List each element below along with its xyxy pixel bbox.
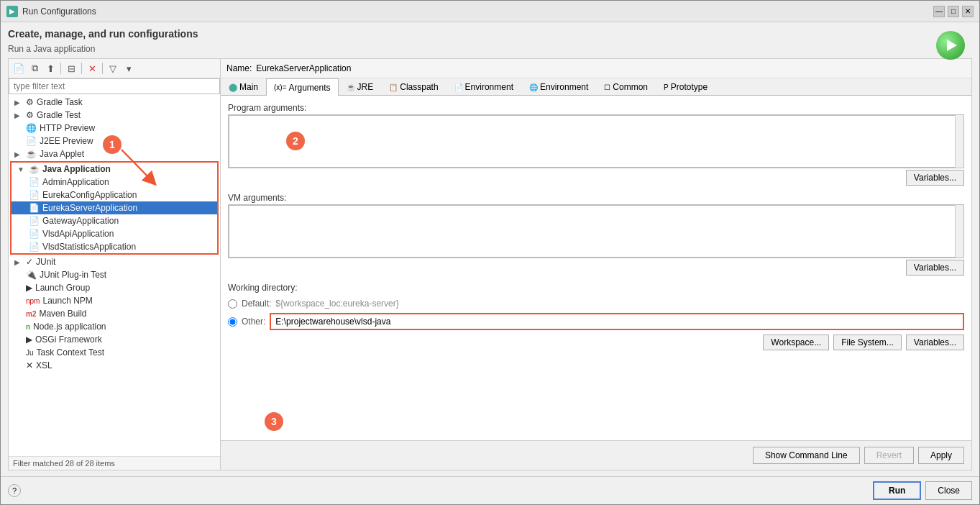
tree-item-gradle-task[interactable]: ▶ ⚙ Gradle Task — [9, 96, 220, 109]
left-toolbar: 📄 ⧉ ⬆ ⊟ ✕ ▽ ▾ — [9, 59, 220, 78]
tree-item-launch-group[interactable]: ▶ Launch Group — [9, 281, 220, 294]
tree-item-eureka-server[interactable]: 📄 EurekaServerApplication — [12, 201, 217, 214]
tree-item-launch-npm[interactable]: npm Launch NPM — [9, 294, 220, 307]
program-args-section: Program arguments: Variables... — [228, 103, 964, 186]
tree-item-nodejs[interactable]: n Node.js application — [9, 320, 220, 333]
workspace-button[interactable]: Workspace... — [763, 335, 829, 350]
tree-item-gateway[interactable]: 📄 GatewayApplication — [12, 214, 217, 227]
name-label: Name: — [226, 63, 252, 73]
close-dialog-button[interactable]: Close — [925, 481, 972, 500]
tree-item-http-preview[interactable]: 🌐 HTTP Preview — [9, 122, 220, 135]
run-play-button[interactable] — [936, 31, 965, 60]
tree-item-java-applet[interactable]: ▶ ☕ Java Applet — [9, 147, 220, 160]
program-args-label: Program arguments: — [228, 103, 964, 113]
vm-args-input[interactable] — [229, 205, 963, 258]
tab-common[interactable]: ☐ Common — [596, 78, 656, 95]
tab-arguments[interactable]: (x)= Arguments — [266, 78, 339, 96]
default-radio[interactable] — [228, 299, 237, 309]
filesystem-button[interactable]: File System... — [833, 335, 902, 350]
bottom-action-bar: Show Command Line Revert Apply — [221, 440, 971, 470]
dialog-subheader: Run a Java application — [8, 44, 972, 54]
tab-prototype[interactable]: P Prototype — [656, 78, 715, 95]
new-config-button[interactable]: 📄 — [12, 61, 26, 76]
dialog-footer: ? Run Close — [1, 476, 979, 504]
dir-variables-button[interactable]: Variables... — [906, 335, 964, 350]
tree-item-task-context[interactable]: Ju Task Context Test — [9, 346, 220, 359]
default-value: ${workspace_loc:eureka-server} — [275, 299, 398, 309]
program-args-input[interactable] — [229, 115, 963, 168]
config-tabs: ⬤ Main (x)= Arguments ☕ JRE 📋 Classpath — [221, 78, 971, 96]
other-radio-label: Other: — [242, 317, 265, 327]
tree-item-vlsd-stats[interactable]: 📄 VlsdStatisticsApplication — [12, 240, 217, 253]
close-button[interactable]: ✕ — [962, 6, 974, 17]
window-title: Run Configurations — [22, 6, 96, 17]
other-dir-input[interactable] — [270, 313, 964, 330]
filter-status: Filter matched 28 of 28 items — [9, 456, 220, 470]
maximize-button[interactable]: □ — [948, 6, 959, 17]
revert-button[interactable]: Revert — [864, 447, 914, 464]
tab-main[interactable]: ⬤ Main — [221, 78, 266, 95]
vm-args-label: VM arguments: — [228, 193, 964, 203]
export-button[interactable]: ⬆ — [43, 61, 58, 76]
show-command-line-button[interactable]: Show Command Line — [753, 447, 860, 464]
tree-item-java-application[interactable]: ▼ ☕ Java Application — [12, 163, 217, 176]
help-button[interactable]: ? — [8, 484, 21, 497]
run-button[interactable]: Run — [873, 481, 921, 500]
tree-item-admin-application[interactable]: 📄 AdminApplication — [12, 176, 217, 188]
default-radio-row: Default: ${workspace_loc:eureka-server} — [228, 299, 964, 309]
tree-item-maven-build[interactable]: m2 Maven Build — [9, 307, 220, 320]
tab-jre[interactable]: ☕ JRE — [339, 78, 382, 95]
dir-buttons: Workspace... File System... Variables... — [228, 335, 964, 350]
tab-arguments-content: Program arguments: Variables... VM argum… — [221, 96, 971, 440]
filter-dropdown-button[interactable]: ▾ — [122, 61, 136, 76]
default-radio-label: Default: — [242, 299, 271, 309]
tree-item-junit-plugin[interactable]: 🔌 JUnit Plug-in Test — [9, 268, 220, 281]
config-tree: ▶ ⚙ Gradle Task ▶ ⚙ Gradle Test 🌐 H — [9, 94, 220, 456]
filter-button[interactable]: ▽ — [106, 61, 120, 76]
tab-classpath[interactable]: 📋 Classpath — [381, 78, 446, 95]
program-args-variables-button[interactable]: Variables... — [906, 170, 964, 186]
config-name: EurekaServerApplication — [256, 63, 351, 73]
collapse-button[interactable]: ⊟ — [64, 61, 78, 76]
vm-args-variables-button[interactable]: Variables... — [906, 260, 964, 276]
tree-item-junit[interactable]: ▶ ✓ JUnit — [9, 255, 220, 268]
working-dir-section: Working directory: Default: ${workspace_… — [228, 283, 964, 350]
window-icon: ▶ — [6, 6, 18, 17]
expand-icon: ▶ — [14, 99, 23, 106]
minimize-button[interactable]: — — [933, 6, 945, 17]
tab-source[interactable]: 📄 Environment — [447, 78, 521, 95]
working-dir-label: Working directory: — [228, 283, 964, 293]
filter-input[interactable] — [9, 78, 220, 94]
delete-button[interactable]: ✕ — [85, 61, 99, 76]
apply-button[interactable]: Apply — [918, 447, 964, 464]
tree-item-gradle-test[interactable]: ▶ ⚙ Gradle Test — [9, 109, 220, 122]
tree-item-xsl[interactable]: ✕ XSL — [9, 359, 220, 372]
other-radio-row: Other: — [228, 313, 964, 330]
dialog-header: Create, manage, and run configurations — [8, 28, 972, 40]
vm-args-section: VM arguments: Variables... — [228, 193, 964, 276]
tree-item-vlsd-api[interactable]: 📄 VlsdApiApplication — [12, 227, 217, 240]
tree-item-j2ee-preview[interactable]: 📄 J2EE Preview — [9, 135, 220, 147]
duplicate-button[interactable]: ⧉ — [27, 61, 42, 76]
tree-item-osgi[interactable]: ▶ OSGi Framework — [9, 333, 220, 346]
tree-item-eureka-config[interactable]: 📄 EurekaConfigApplication — [12, 188, 217, 201]
tab-environment[interactable]: 🌐 Environment — [521, 78, 596, 95]
other-radio[interactable] — [228, 317, 237, 327]
